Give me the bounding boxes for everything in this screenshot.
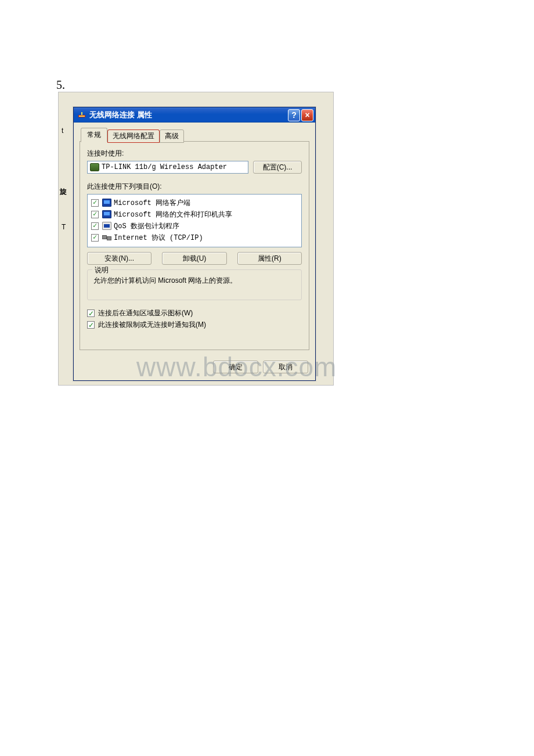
ok-button[interactable]: 确定 — [213, 361, 258, 373]
tab-advanced[interactable]: 高级 — [160, 129, 184, 143]
window-title: 无线网络连接 属性 — [89, 110, 287, 120]
items-label: 此连接使用下列项目(O): — [87, 182, 302, 192]
cancel-button[interactable]: 取消 — [263, 361, 308, 373]
properties-button[interactable]: 属性(R) — [237, 252, 302, 265]
checkbox-icon[interactable]: ✓ — [91, 222, 99, 230]
description-text: 允许您的计算机访问 Microsoft 网络上的资源。 — [93, 276, 295, 286]
properties-dialog: 无线网络连接 属性 ? × 常规 无线网络配置 高级 连接时使用: TP-LIN… — [73, 107, 316, 381]
list-item-label: Internet 协议 (TCP/IP) — [114, 233, 203, 243]
titlebar[interactable]: 无线网络连接 属性 ? × — [74, 107, 315, 123]
uninstall-button[interactable]: 卸载(U) — [162, 252, 226, 265]
dialog-body: 常规 无线网络配置 高级 连接时使用: TP-LINK 11b/g Wirele… — [74, 123, 315, 356]
checkbox-notify[interactable]: ✓ — [87, 321, 95, 329]
checkbox-icon[interactable]: ✓ — [91, 199, 99, 207]
page-number: 5. — [56, 78, 65, 92]
svg-rect-1 — [79, 116, 85, 117]
window-icon — [77, 110, 86, 120]
list-item[interactable]: ✓ Microsoft 网络的文件和打印机共享 — [91, 208, 298, 220]
svg-rect-2 — [81, 112, 82, 115]
client-icon — [102, 199, 111, 207]
list-item[interactable]: ✓ Internet 协议 (TCP/IP) — [91, 232, 298, 243]
description-group: 说明 允许您的计算机访问 Microsoft 网络上的资源。 — [87, 269, 302, 300]
connect-using-label: 连接时使用: — [87, 149, 302, 159]
install-button[interactable]: 安装(N)... — [87, 252, 151, 265]
close-button[interactable]: × — [301, 109, 313, 121]
notify-label: 此连接被限制或无连接时通知我(M) — [98, 320, 206, 330]
tab-wireless-config[interactable]: 无线网络配置 — [107, 129, 160, 143]
adapter-field[interactable]: TP-LINK 11b/g Wireless Adapter — [87, 161, 248, 174]
connection-items-list[interactable]: ✓ Microsoft 网络客户端 ✓ Microsoft 网络的文件和打印机共… — [87, 194, 302, 247]
side-text-fragment: 旋 — [60, 187, 67, 197]
list-item-label: QoS 数据包计划程序 — [114, 221, 179, 231]
network-adapter-icon — [90, 163, 99, 171]
configure-button[interactable]: 配置(C)... — [253, 161, 302, 174]
dialog-footer: 确定 取消 — [74, 356, 315, 380]
list-item[interactable]: ✓ QoS 数据包计划程序 — [91, 220, 298, 232]
tab-panel-general: 连接时使用: TP-LINK 11b/g Wireless Adapter 配置… — [80, 141, 309, 350]
service-icon — [102, 210, 111, 218]
list-item-label: Microsoft 网络的文件和打印机共享 — [114, 210, 232, 219]
list-item-label: Microsoft 网络客户端 — [114, 198, 190, 208]
help-button[interactable]: ? — [288, 109, 300, 121]
description-legend: 说明 — [92, 265, 111, 275]
tab-general[interactable]: 常规 — [81, 128, 107, 142]
adapter-name: TP-LINK 11b/g Wireless Adapter — [102, 163, 227, 171]
qos-icon — [102, 222, 111, 230]
show-icon-label: 连接后在通知区域显示图标(W) — [98, 308, 193, 318]
list-item[interactable]: ✓ Microsoft 网络客户端 — [91, 197, 298, 208]
side-text-fragment: T — [62, 223, 66, 231]
checkbox-icon[interactable]: ✓ — [91, 211, 99, 218]
checkbox-icon[interactable]: ✓ — [91, 234, 99, 242]
side-text-fragment: t — [62, 127, 63, 135]
tab-strip: 常规 无线网络配置 高级 — [80, 127, 309, 142]
protocol-icon — [102, 233, 111, 242]
checkbox-show-icon[interactable]: ✓ — [87, 309, 95, 317]
